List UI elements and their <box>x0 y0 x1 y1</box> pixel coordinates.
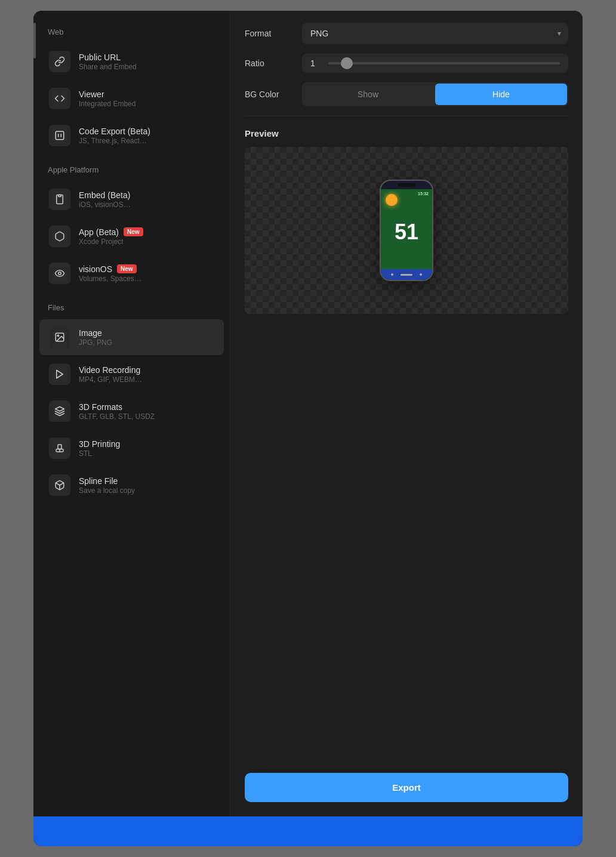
phone-number: 51 <box>395 221 418 243</box>
sidebar-item-embed-beta[interactable]: Embed (Beta) iOS, visionOS… <box>39 181 224 217</box>
video-recording-text: Video Recording MP4, GIF, WEBM… <box>79 365 142 384</box>
app-beta-title: App (Beta) New <box>79 227 143 237</box>
format-select-wrapper: PNG JPG WebP SVG ▾ <box>302 23 568 44</box>
3d-printing-title: 3D Printing <box>79 439 120 449</box>
embed-beta-title: Embed (Beta) <box>79 190 131 200</box>
ratio-slider-thumb[interactable] <box>341 57 353 69</box>
vr-icon <box>49 263 70 284</box>
ratio-label: Ratio <box>245 58 292 68</box>
embed-beta-text: Embed (Beta) iOS, visionOS… <box>79 190 131 209</box>
sidebar-item-code-export[interactable]: Code Export (Beta) JS, Three.js, React… <box>39 118 224 153</box>
right-panel: Format PNG JPG WebP SVG ▾ Ratio 1 <box>230 11 583 816</box>
code-export-subtitle: JS, Three.js, React… <box>79 137 150 145</box>
divider <box>245 116 568 116</box>
bracket-icon <box>49 125 70 146</box>
3d-formats-icon <box>49 400 70 422</box>
svg-rect-4 <box>58 195 61 197</box>
phone-bottom-bar <box>381 269 432 280</box>
web-section-label: Web <box>33 23 230 42</box>
3d-printing-subtitle: STL <box>79 449 120 458</box>
app-beta-badge: New <box>124 227 143 236</box>
show-button[interactable]: Show <box>302 82 434 106</box>
play-icon <box>49 363 70 385</box>
preview-area: 15:32 51 <box>245 147 568 314</box>
sidebar-item-image[interactable]: Image JPG, PNG <box>39 319 224 355</box>
sun-decoration <box>386 194 398 206</box>
3d-printing-icon <box>49 437 70 459</box>
public-url-title: Public URL <box>79 53 137 62</box>
sidebar-item-app-beta[interactable]: App (Beta) New Xcode Project <box>39 218 224 254</box>
svg-marker-8 <box>57 370 63 378</box>
visionos-text: visionOS New Volumes, Spaces… <box>79 264 141 283</box>
format-row: Format PNG JPG WebP SVG ▾ <box>245 23 568 44</box>
code-icon <box>49 88 70 109</box>
sidebar-item-video-recording[interactable]: Video Recording MP4, GIF, WEBM… <box>39 356 224 392</box>
3d-printing-text: 3D Printing STL <box>79 439 120 458</box>
apple-section-label: Apple Platform <box>33 161 230 180</box>
3d-formats-title: 3D Formats <box>79 402 155 412</box>
image-subtitle: JPG, PNG <box>79 338 112 347</box>
3d-formats-text: 3D Formats GLTF, GLB, STL, USDZ <box>79 402 155 421</box>
svg-rect-10 <box>58 445 61 449</box>
phone-notch <box>398 183 415 187</box>
video-recording-subtitle: MP4, GIF, WEBM… <box>79 375 142 384</box>
phone-time: 15:32 <box>418 192 429 196</box>
preview-label: Preview <box>245 128 568 138</box>
scroll-indicator <box>33 23 36 58</box>
spline-file-title: Spline File <box>79 476 135 486</box>
svg-rect-0 <box>56 131 64 140</box>
code-export-title: Code Export (Beta) <box>79 127 150 136</box>
tablet-icon <box>49 189 70 210</box>
bg-color-label: BG Color <box>245 90 292 99</box>
viewer-text: Viewer Integrated Embed <box>79 90 135 108</box>
sidebar: Web Public URL Share and Embed <box>33 11 230 816</box>
app-beta-text: App (Beta) New Xcode Project <box>79 227 143 246</box>
visionos-subtitle: Volumes, Spaces… <box>79 275 141 283</box>
export-button[interactable]: Export <box>245 773 568 802</box>
app-window: Web Public URL Share and Embed <box>33 11 583 846</box>
phone-preview: 15:32 51 <box>380 180 433 281</box>
app-beta-subtitle: Xcode Project <box>79 238 143 246</box>
image-title: Image <box>79 328 112 338</box>
sidebar-item-public-url[interactable]: Public URL Share and Embed <box>39 44 224 79</box>
3d-formats-subtitle: GLTF, GLB, STL, USDZ <box>79 412 155 421</box>
ratio-row: Ratio 1 <box>245 54 568 73</box>
phone-screen: 15:32 51 <box>381 189 432 269</box>
ratio-value: 1 <box>310 58 322 68</box>
bg-color-toggle: Show Hide <box>302 82 568 106</box>
visionos-badge: New <box>117 264 137 273</box>
svg-point-5 <box>58 272 61 275</box>
sidebar-item-3d-printing[interactable]: 3D Printing STL <box>39 430 224 466</box>
embed-beta-subtitle: iOS, visionOS… <box>79 201 131 209</box>
spline-file-icon <box>49 474 70 496</box>
ratio-container: 1 <box>302 54 568 73</box>
sidebar-item-visionos[interactable]: visionOS New Volumes, Spaces… <box>39 255 224 291</box>
phone-dot-1 <box>391 273 393 276</box>
bg-color-row: BG Color Show Hide <box>245 82 568 106</box>
viewer-title: Viewer <box>79 90 135 99</box>
format-select[interactable]: PNG JPG WebP SVG <box>302 23 568 44</box>
spline-file-text: Spline File Save a local copy <box>79 476 135 495</box>
sidebar-item-viewer[interactable]: Viewer Integrated Embed <box>39 81 224 116</box>
phone-dot-2 <box>420 273 422 276</box>
public-url-subtitle: Share and Embed <box>79 63 137 71</box>
sidebar-item-spline-file[interactable]: Spline File Save a local copy <box>39 467 224 503</box>
main-layout: Web Public URL Share and Embed <box>33 11 583 816</box>
image-text: Image JPG, PNG <box>79 328 112 347</box>
hide-button[interactable]: Hide <box>435 84 567 105</box>
video-recording-title: Video Recording <box>79 365 142 375</box>
ratio-slider-track <box>328 62 560 64</box>
sidebar-item-3d-formats[interactable]: 3D Formats GLTF, GLB, STL, USDZ <box>39 393 224 429</box>
svg-point-7 <box>57 335 58 336</box>
viewer-subtitle: Integrated Embed <box>79 100 135 108</box>
image-icon <box>49 326 70 348</box>
spline-file-subtitle: Save a local copy <box>79 486 135 495</box>
link-icon <box>49 51 70 72</box>
code-export-text: Code Export (Beta) JS, Three.js, React… <box>79 127 150 145</box>
public-url-text: Public URL Share and Embed <box>79 53 137 71</box>
files-section-label: Files <box>33 298 230 318</box>
phone-home-indicator <box>401 274 412 276</box>
visionos-title: visionOS New <box>79 264 141 274</box>
format-label: Format <box>245 29 292 38</box>
bottom-bar <box>33 816 583 846</box>
